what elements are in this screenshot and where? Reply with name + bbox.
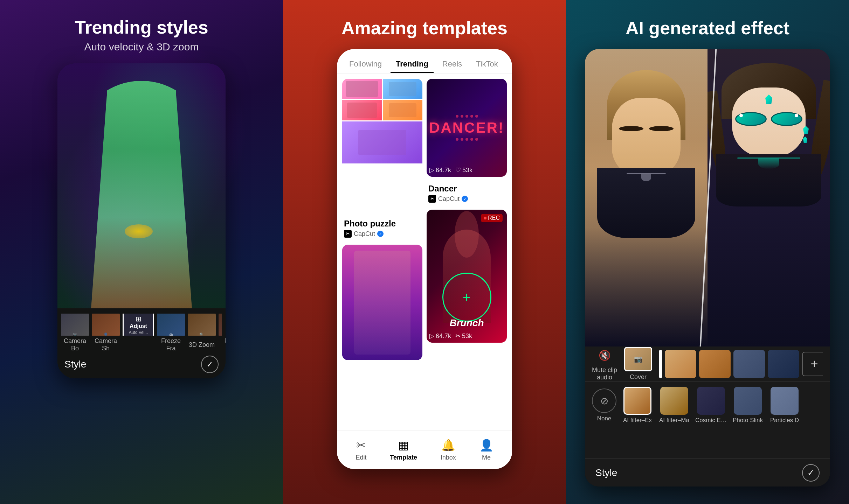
capcut-logo: ✂ (344, 230, 352, 238)
filter-photo-slink-thumb (734, 387, 762, 415)
mute-label: Mute clipaudio (592, 366, 617, 381)
filter-cosmic[interactable]: Cosmic Effe (695, 387, 727, 424)
template-icon: ▦ (398, 439, 409, 452)
brunch-text: Brunch (450, 317, 484, 329)
clip-camera-shake[interactable]: 👤 (92, 314, 120, 336)
clip-3d-zoom[interactable]: 🔍 (188, 314, 216, 336)
dancer-text: DANCER! (429, 119, 504, 136)
bottom-nav: ✂ Edit ▦ Template 🔔 Inbox 👤 Me (337, 430, 512, 469)
tab-reels[interactable]: Reels (437, 56, 467, 73)
filter-ai-ex[interactable]: AI filter–Ex (622, 387, 653, 424)
style-label: Style (64, 359, 86, 370)
tab-lyrics[interactable]: Lyrics (507, 56, 512, 73)
filter-none-item[interactable]: ⊘ None (592, 388, 616, 422)
cover-thumb-2[interactable] (699, 350, 731, 378)
clips-row: 📷 👤 ⊞ Adjust Auto Vel... (61, 314, 222, 336)
photo-puzzle-stats: ▷ 64.7k ♡ 53k (346, 201, 389, 208)
tab-following[interactable]: Following (344, 56, 387, 73)
template-tabs: Following Trending Reels TikTok Lyrics (337, 49, 512, 74)
clip-camera-body[interactable]: 📷 (61, 314, 89, 336)
mute-icon: 🔇 (596, 347, 613, 364)
dancer-info: Dancer ✂ CapCut ✓ (427, 181, 507, 205)
panel3-title: AI generated effect (626, 18, 789, 38)
cover-thumb-1[interactable] (665, 350, 696, 378)
toolbar3-bottom: Style ✓ (585, 458, 830, 486)
inbox-icon: 🔔 (441, 439, 455, 452)
edit-label: Edit (356, 454, 366, 461)
cover-thumb-active: 📷 (624, 347, 652, 371)
dancer-author: ✂ CapCut ✓ (428, 195, 505, 203)
filter-none-circle: ⊘ (592, 388, 616, 413)
template-dancer[interactable]: DANCER! ▷ 64.7k ♡ 53k (427, 79, 507, 177)
clip-label-5: 3D Zoom (188, 341, 216, 349)
verified-badge: ✓ (377, 231, 384, 237)
toolbar-top: 🔇 Mute clipaudio 📷 Cover (585, 346, 830, 382)
tab-tiktok[interactable]: TikTok (471, 56, 503, 73)
templates-col-right: DANCER! ▷ 64.7k ♡ 53k Dancer ✂ (427, 79, 507, 425)
filter-particles[interactable]: Particles D (769, 387, 800, 424)
capcut-logo-2: ✂ (428, 195, 436, 203)
filter-cosmic-thumb (697, 387, 725, 415)
photo-puzzle-info: Photo puzzle ✂ CapCut ✓ (342, 216, 422, 240)
toolbar-3: 🔇 Mute clipaudio 📷 Cover (585, 346, 830, 486)
phone-frame-2: Following Trending Reels TikTok Lyrics (337, 49, 512, 469)
edit-icon: ✂ (356, 439, 366, 452)
cover-btn[interactable]: 📷 Cover (624, 347, 652, 381)
clip-label-4: Freeze Fra (157, 337, 185, 352)
template-brunch[interactable]: REC + Brunch (427, 210, 507, 343)
filter-photo-slink[interactable]: Photo Slink (732, 387, 764, 424)
ai-photo-real (585, 49, 708, 346)
photo-area-1 (57, 63, 226, 308)
brunch-stats: ▷ 64.7k ✂ 53k (429, 332, 472, 340)
check-button[interactable]: ✓ (201, 356, 219, 373)
template-label: Template (390, 454, 417, 461)
add-clip-btn[interactable]: + (802, 352, 823, 376)
clip-photo-puzzle[interactable]: 🧩 (219, 314, 222, 336)
mute-clip-btn[interactable]: 🔇 Mute clipaudio (592, 347, 617, 381)
clip-active-sub: Auto Vel... (129, 330, 148, 335)
ai-main-image (585, 49, 830, 346)
cover-thumb-4[interactable] (768, 350, 799, 378)
clip-label-2: Camera Sh (92, 337, 120, 352)
headphones-glow (125, 224, 153, 238)
cover-thumb-3[interactable] (733, 350, 765, 378)
me-label: Me (482, 454, 491, 461)
photo-puzzle-name: Photo puzzle (344, 219, 421, 229)
templates-col-left: ▷ 64.7k ♡ 53k Photo puzzle ✂ CapCut (342, 79, 422, 425)
templates-grid: ▷ 64.7k ♡ 53k Photo puzzle ✂ CapCut (337, 74, 512, 430)
phone-frame-3: 🔇 Mute clipaudio 📷 Cover (585, 49, 830, 486)
style-label-3: Style (595, 467, 617, 478)
ai-photo-anime (708, 49, 830, 346)
clip-labels-row: Camera Bo Camera Sh Freeze Fra 3D Zoom P… (61, 337, 222, 352)
panel1-subtitle: Auto velocity & 3D zoom (84, 41, 199, 53)
photo-puzzle-author: ✂ CapCut ✓ (344, 230, 421, 238)
clip-freeze-frame[interactable]: 🏔 (157, 314, 185, 336)
dancer-stats: ▷ 64.7k ♡ 53k (429, 166, 472, 174)
panel-ai-effect: AI generated effect (566, 0, 849, 504)
nav-inbox[interactable]: 🔔 Inbox (441, 439, 456, 461)
template-girl[interactable] (342, 245, 422, 360)
clip-label-6: Photo Pu... (219, 337, 226, 352)
check-button-3[interactable]: ✓ (802, 464, 820, 482)
cover-thumbs: + (659, 350, 823, 378)
panel1-title: Trending styles (75, 18, 208, 37)
dancer-dots-top (456, 115, 478, 118)
nav-edit[interactable]: ✂ Edit (356, 439, 366, 461)
tab-trending[interactable]: Trending (391, 56, 434, 73)
filter-particles-thumb (771, 387, 799, 415)
dancer-name: Dancer (428, 184, 505, 194)
phone-frame-1: 📷 👤 ⊞ Adjust Auto Vel... (57, 63, 226, 378)
me-icon: 👤 (479, 439, 493, 452)
toolbar-bottom: Style ✓ (61, 356, 222, 373)
nav-me[interactable]: 👤 Me (479, 439, 493, 461)
clip-adjust-active[interactable]: ⊞ Adjust Auto Vel... (123, 314, 154, 336)
template-photo-puzzle[interactable]: ▷ 64.7k ♡ 53k (342, 79, 422, 212)
nav-template[interactable]: ▦ Template (390, 439, 417, 461)
filter-ai-ma-thumb (660, 387, 688, 415)
filter-ai-ma[interactable]: AI filter–Ma (658, 387, 690, 424)
panel2-title: Amazing templates (341, 18, 508, 38)
panel-trending-styles: Trending styles Auto velocity & 3D zoom … (0, 0, 283, 504)
panel-amazing-templates: Amazing templates Following Trending Ree… (283, 0, 566, 504)
inbox-label: Inbox (441, 454, 456, 461)
verified-badge-2: ✓ (462, 196, 468, 202)
